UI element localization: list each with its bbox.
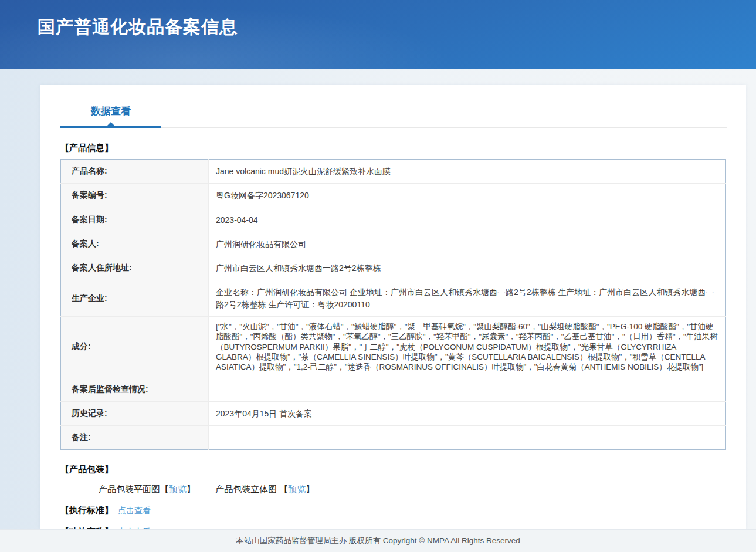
- row-label: 产品名称:: [61, 160, 209, 184]
- row-value: 粤G妆网备字2023067120: [209, 184, 726, 208]
- copyright-text: 本站由国家药品监督管理局主办 版权所有 Copyright © NMPA All…: [236, 536, 520, 545]
- packaging-3d-image-item: 产品包装立体图 【预览】: [215, 484, 314, 494]
- packaging-previews: 产品包装平面图【预览】 产品包装立体图 【预览】: [99, 484, 727, 495]
- table-row: 备案后监督检查情况:: [61, 377, 726, 401]
- table-row: 产品名称:Jane volcanic mud妍泥火山泥舒缓紧致补水面膜: [61, 160, 726, 184]
- row-value: 企业名称：广州润研化妆品有限公司 企业地址：广州市白云区人和镇秀水塘西一路2号2…: [209, 280, 726, 317]
- packaging-flat-image-label: 产品包装平面图【: [99, 484, 169, 494]
- row-value: 2023-04-04: [209, 208, 726, 232]
- row-label: 生产企业:: [61, 280, 209, 317]
- tab-active-underline: [60, 126, 161, 128]
- table-row: 生产企业:企业名称：广州润研化妆品有限公司 企业地址：广州市白云区人和镇秀水塘西…: [61, 280, 726, 317]
- row-label: 备案后监督检查情况:: [61, 377, 209, 401]
- row-label: 历史记录:: [61, 401, 209, 425]
- tab-data-view-label: 数据查看: [91, 106, 131, 117]
- packaging-flat-image-preview-link[interactable]: 预览: [169, 484, 187, 494]
- table-row: 备案日期:2023-04-04: [61, 208, 726, 232]
- table-row: 历史记录:2023年04月15日 首次备案: [61, 401, 726, 425]
- page-footer: 本站由国家药品监督管理局主办 版权所有 Copyright © NMPA All…: [0, 529, 756, 552]
- row-value: 2023年04月15日 首次备案: [209, 401, 726, 425]
- page-header: 国产普通化妆品备案信息: [0, 0, 756, 69]
- packaging-heading: 【产品包装】: [60, 464, 727, 475]
- exec-standard-row: 【执行标准】点击查看: [60, 505, 727, 516]
- row-value: 广州市白云区人和镇秀水塘西一路2号2栋整栋: [209, 256, 726, 280]
- table-row: 备注:: [61, 426, 726, 450]
- packaging-flat-image-label-close: 】: [187, 484, 195, 494]
- row-label: 备注:: [61, 426, 209, 450]
- product-info-table: 产品名称:Jane volcanic mud妍泥火山泥舒缓紧致补水面膜备案编号:…: [60, 159, 726, 450]
- row-label: 备案人:: [61, 232, 209, 256]
- row-label: 备案编号:: [61, 184, 209, 208]
- row-value: ["水"，"火山泥"，"甘油"，"液体石蜡"，"鲸蜡硬脂醇"，"聚二甲基硅氧烷"…: [209, 317, 726, 377]
- row-value: [209, 377, 726, 401]
- table-row: 备案人住所地址:广州市白云区人和镇秀水塘西一路2号2栋整栋: [61, 256, 726, 280]
- row-value: 广州润研化妆品有限公司: [209, 232, 726, 256]
- packaging-3d-image-preview-link[interactable]: 预览: [288, 484, 306, 494]
- page-title: 国产普通化妆品备案信息: [0, 0, 756, 39]
- table-row: 成分:["水"，"火山泥"，"甘油"，"液体石蜡"，"鲸蜡硬脂醇"，"聚二甲基硅…: [61, 317, 726, 377]
- exec-standard-heading: 【执行标准】: [60, 505, 113, 515]
- packaging-3d-image-label: 产品包装立体图 【: [215, 484, 288, 494]
- row-label: 成分:: [61, 317, 209, 377]
- product-info-heading: 【产品信息】: [60, 143, 727, 154]
- exec-standard-view-link[interactable]: 点击查看: [118, 506, 151, 515]
- packaging-3d-image-label-close: 】: [306, 484, 314, 494]
- table-row: 备案人:广州润研化妆品有限公司: [61, 232, 726, 256]
- row-value: [209, 426, 726, 450]
- tab-caret-icon: [107, 122, 115, 126]
- content-card: 数据查看 【产品信息】 产品名称:Jane volcanic mud妍泥火山泥舒…: [40, 85, 746, 529]
- packaging-flat-image-item: 产品包装平面图【预览】: [99, 484, 195, 494]
- row-label: 备案日期:: [61, 208, 209, 232]
- table-row: 备案编号:粤G妆网备字2023067120: [61, 184, 726, 208]
- tab-data-view[interactable]: 数据查看: [60, 104, 161, 128]
- row-label: 备案人住所地址:: [61, 256, 209, 280]
- tab-bar: 数据查看: [60, 101, 727, 128]
- row-value: Jane volcanic mud妍泥火山泥舒缓紧致补水面膜: [209, 160, 726, 184]
